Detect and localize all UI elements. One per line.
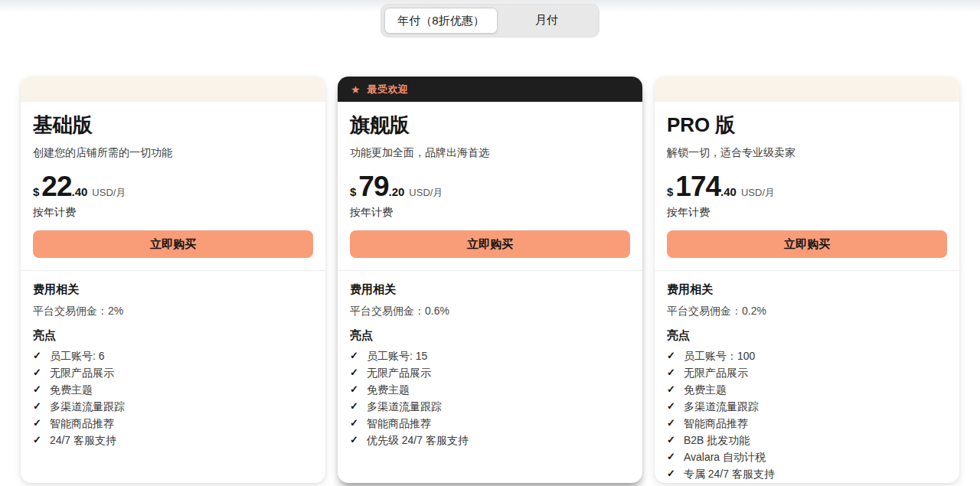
feature-label: 优先级 24/7 客服支持	[367, 435, 469, 445]
feature-item: ✓员工账号: 15	[350, 351, 630, 361]
check-icon: ✓	[350, 418, 358, 429]
plan-description: 功能更加全面，品牌出海首选	[350, 146, 630, 158]
check-icon: ✓	[350, 384, 358, 395]
feature-label: 员工账号: 15	[367, 351, 427, 361]
price-decimal: .40	[72, 185, 88, 198]
buy-now-button[interactable]: 立即购买	[350, 230, 630, 258]
toggle-option-monthly[interactable]: 月付	[498, 8, 596, 34]
section-divider	[21, 270, 325, 271]
plan-price: $174.40USD/月	[667, 174, 947, 206]
feature-list: ✓员工账号: 6✓无限产品展示✓免费主题✓多渠道流量跟踪✓智能商品推荐✓24/7…	[33, 351, 313, 452]
check-icon: ✓	[33, 351, 41, 361]
price-unit: USD/月	[92, 187, 126, 198]
check-icon: ✓	[667, 351, 675, 361]
buy-now-button[interactable]: 立即购买	[33, 230, 313, 258]
feature-label: 智能商品推荐	[50, 418, 114, 429]
feature-label: 智能商品推荐	[367, 418, 431, 429]
feature-item: ✓免费主题	[350, 384, 630, 395]
plan-price: $22.40USD/月	[33, 174, 313, 206]
feature-item: ✓多渠道流量跟踪	[350, 401, 630, 412]
check-icon: ✓	[350, 351, 358, 361]
section-divider	[338, 270, 642, 271]
feature-label: 智能商品推荐	[684, 418, 748, 429]
check-icon: ✓	[667, 435, 675, 445]
commission-line: 平台交易佣金：0.2%	[667, 305, 947, 317]
feature-item: ✓免费主题	[667, 384, 947, 395]
feature-label: 员工账号: 6	[50, 351, 105, 361]
popular-badge-label: 最受欢迎	[368, 83, 409, 96]
price-integer: 174	[675, 171, 720, 202]
check-icon: ✓	[33, 435, 41, 445]
currency-symbol: $	[33, 185, 39, 198]
billing-toggle: 年付（8折优惠） 月付	[381, 4, 599, 38]
currency-symbol: $	[350, 185, 356, 198]
feature-label: Avalara 自动计税	[684, 452, 766, 462]
feature-label: 无限产品展示	[50, 367, 114, 378]
highlights-heading: 亮点	[33, 329, 313, 341]
fees-heading: 费用相关	[33, 283, 313, 295]
billing-toggle-container: 年付（8折优惠） 月付	[0, 0, 980, 38]
check-icon: ✓	[667, 452, 675, 462]
feature-label: 免费主题	[50, 384, 93, 395]
check-icon: ✓	[667, 384, 675, 395]
billing-note: 按年计费	[350, 206, 630, 218]
feature-label: 免费主题	[684, 384, 727, 395]
check-icon: ✓	[350, 435, 358, 445]
fees-heading: 费用相关	[350, 283, 630, 295]
plan-title: PRO 版	[667, 114, 947, 135]
highlights-heading: 亮点	[350, 329, 630, 341]
feature-label: 多渠道流量跟踪	[50, 401, 125, 412]
plan-price: $79.20USD/月	[350, 174, 630, 206]
commission-line: 平台交易佣金：2%	[33, 305, 313, 317]
feature-item: ✓员工账号：100	[667, 351, 947, 361]
feature-item: ✓B2B 批发功能	[667, 435, 947, 445]
price-integer: 79	[358, 171, 388, 202]
price-decimal: .20	[389, 185, 405, 198]
price-decimal: .40	[720, 185, 737, 198]
check-icon: ✓	[667, 418, 675, 429]
feature-item: ✓智能商品推荐	[667, 418, 947, 429]
feature-item: ✓免费主题	[33, 384, 313, 395]
popular-badge: ★ 最受欢迎	[338, 77, 642, 102]
buy-now-button[interactable]: 立即购买	[667, 230, 947, 258]
plan-description: 创建您的店铺所需的一切功能	[33, 146, 313, 158]
feature-label: 免费主题	[367, 384, 410, 395]
check-icon: ✓	[33, 418, 41, 429]
feature-label: 多渠道流量跟踪	[684, 401, 759, 412]
currency-symbol: $	[667, 185, 673, 198]
plan-card-basic: 基础版 创建您的店铺所需的一切功能 $22.40USD/月 按年计费 立即购买 …	[21, 77, 325, 483]
feature-list: ✓员工账号：100✓无限产品展示✓免费主题✓多渠道流量跟踪✓智能商品推荐✓B2B…	[667, 351, 947, 483]
feature-item: ✓优先级 24/7 客服支持	[350, 435, 630, 445]
plan-card-pro: PRO 版 解锁一切，适合专业级卖家 $174.40USD/月 按年计费 立即购…	[655, 77, 959, 483]
check-icon: ✓	[667, 367, 675, 378]
feature-item: ✓多渠道流量跟踪	[667, 401, 947, 412]
feature-item: ✓专属 24/7 客服支持	[667, 468, 947, 479]
feature-label: 员工账号：100	[684, 351, 755, 361]
check-icon: ✓	[667, 401, 675, 412]
card-header-strip	[655, 77, 959, 102]
plan-title: 旗舰版	[350, 114, 630, 135]
toggle-option-yearly[interactable]: 年付（8折优惠）	[384, 8, 498, 34]
check-icon: ✓	[33, 401, 41, 412]
feature-item: ✓智能商品推荐	[33, 418, 313, 429]
card-header-strip	[21, 77, 325, 102]
feature-item: ✓无限产品展示	[667, 367, 947, 378]
billing-note: 按年计费	[33, 206, 313, 218]
highlights-heading: 亮点	[667, 329, 947, 341]
feature-item: ✓多渠道流量跟踪	[33, 401, 313, 412]
pricing-cards-row: 基础版 创建您的店铺所需的一切功能 $22.40USD/月 按年计费 立即购买 …	[21, 77, 959, 483]
check-icon: ✓	[350, 367, 358, 378]
check-icon: ✓	[667, 468, 675, 479]
feature-label: 多渠道流量跟踪	[367, 401, 442, 412]
price-integer: 22	[41, 171, 71, 202]
plan-card-flagship: ★ 最受欢迎 旗舰版 功能更加全面，品牌出海首选 $79.20USD/月 按年计…	[338, 77, 642, 483]
billing-note: 按年计费	[667, 206, 947, 218]
feature-label: 无限产品展示	[367, 367, 431, 378]
feature-item: ✓员工账号: 6	[33, 351, 313, 361]
feature-label: 无限产品展示	[684, 367, 748, 378]
feature-item: ✓智能商品推荐	[350, 418, 630, 429]
star-icon: ★	[351, 84, 361, 95]
feature-item: ✓Avalara 自动计税	[667, 452, 947, 462]
feature-label: B2B 批发功能	[684, 435, 750, 445]
feature-item: ✓无限产品展示	[350, 367, 630, 378]
